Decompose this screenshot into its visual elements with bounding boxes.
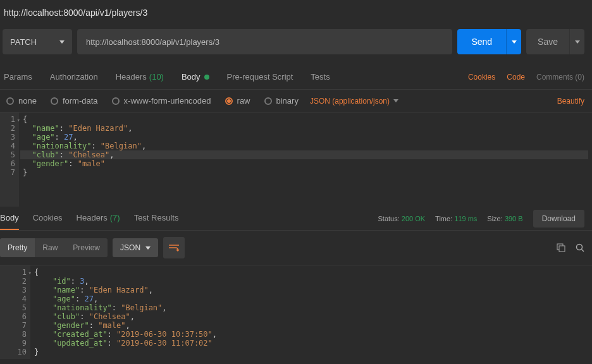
resp-tab-headers-label: Headers: [77, 213, 108, 222]
size-value: 390 B: [505, 215, 523, 222]
gutter: 1▾ 2 3 4 5 6 7: [0, 112, 19, 207]
send-dropdown[interactable]: [506, 29, 521, 54]
radio-icon: [6, 97, 14, 105]
save-button-group: Save: [526, 29, 584, 54]
beautify-link[interactable]: Beautify: [557, 97, 584, 106]
radio-icon: [225, 97, 233, 105]
svg-line-3: [582, 250, 584, 252]
code-link[interactable]: Code: [507, 73, 525, 82]
download-button[interactable]: Download: [533, 210, 584, 228]
body-type-row: none form-data x-www-form-urlencoded raw…: [0, 90, 592, 112]
search-icon: [576, 243, 584, 252]
method-select[interactable]: PATCH: [3, 29, 72, 54]
radio-formdata[interactable]: form-data: [51, 96, 98, 106]
radio-label: x-www-form-urlencoded: [124, 96, 211, 106]
time-label: Time:: [435, 215, 452, 222]
view-raw[interactable]: Raw: [35, 238, 65, 257]
content-type-label: JSON (application/json): [310, 97, 390, 106]
radio-raw[interactable]: raw: [225, 96, 250, 106]
svg-rect-1: [559, 246, 565, 252]
code-content: { "name": "Eden Hazard", "age": 27, "nat…: [19, 112, 592, 207]
url-value: http://localhost:8000/api/v1/players/3: [86, 37, 219, 47]
resp-tab-body[interactable]: Body: [0, 207, 19, 230]
tab-authorization[interactable]: Authorization: [50, 64, 98, 89]
search-button[interactable]: [576, 243, 584, 252]
radio-label: form-data: [63, 96, 98, 106]
resp-tab-headers[interactable]: Headers (7): [77, 207, 120, 230]
send-button[interactable]: Send: [457, 29, 506, 54]
tab-headers-label: Headers: [116, 72, 147, 82]
radio-label: none: [18, 96, 37, 106]
tab-body[interactable]: Body: [182, 64, 209, 89]
save-button[interactable]: Save: [526, 29, 569, 54]
resp-tab-cookies[interactable]: Cookies: [33, 207, 63, 230]
response-toolbar: Pretty Raw Preview JSON: [0, 231, 592, 265]
tab-headers[interactable]: Headers (10): [116, 64, 164, 89]
resp-tab-headers-count: (7): [110, 213, 120, 222]
tab-tests[interactable]: Tests: [311, 64, 330, 89]
format-label: JSON: [120, 243, 140, 252]
fold-icon: ▾: [28, 269, 32, 277]
fold-icon: ▾: [17, 116, 20, 124]
gutter: 1▾ 2 3 4 5 6 7 8 9 10: [0, 265, 30, 359]
status-value: 200 OK: [402, 215, 425, 222]
response-meta: Status: 200 OK Time: 119 ms Size: 390 B …: [378, 210, 584, 228]
radio-icon: [51, 97, 58, 105]
chevron-down-icon: [575, 40, 580, 44]
request-bar: PATCH http://localhost:8000/api/v1/playe…: [0, 29, 592, 64]
chevron-down-icon: [393, 99, 398, 102]
chevron-down-icon: [145, 246, 151, 250]
status-label: Status:: [378, 215, 399, 222]
chevron-down-icon: [512, 40, 517, 44]
view-preview[interactable]: Preview: [65, 238, 108, 257]
radio-xwww[interactable]: x-www-form-urlencoded: [112, 96, 211, 106]
tab-prerequest[interactable]: Pre-request Script: [227, 64, 293, 89]
comments-link[interactable]: Comments (0): [536, 73, 584, 82]
tab-params[interactable]: Params: [4, 64, 32, 89]
resp-tab-tests[interactable]: Test Results: [134, 207, 179, 230]
cookies-link[interactable]: Cookies: [468, 73, 495, 82]
chevron-down-icon: [59, 40, 65, 44]
content-type-select[interactable]: JSON (application/json): [310, 97, 398, 106]
radio-label: raw: [237, 96, 250, 106]
wrap-button[interactable]: [163, 237, 185, 258]
view-pretty[interactable]: Pretty: [0, 238, 35, 257]
save-dropdown[interactable]: [569, 29, 584, 54]
copy-icon: [557, 243, 565, 252]
code-content: { "id": 3, "name": "Eden Hazard", "age":…: [30, 265, 592, 359]
radio-label: binary: [276, 96, 299, 106]
radio-binary[interactable]: binary: [264, 96, 299, 106]
tab-body-label: Body: [182, 72, 200, 82]
wrap-icon: [168, 244, 180, 252]
send-button-group: Send: [457, 29, 521, 54]
time-value: 119 ms: [454, 215, 477, 222]
response-body-editor[interactable]: 1▾ 2 3 4 5 6 7 8 9 10 { "id": 3, "name":…: [0, 265, 592, 359]
request-tabs: Params Authorization Headers (10) Body P…: [0, 64, 592, 90]
svg-point-2: [577, 245, 583, 250]
radio-icon: [112, 97, 120, 105]
request-body-editor[interactable]: 1▾ 2 3 4 5 6 7 { "name": "Eden Hazard", …: [0, 112, 592, 207]
radio-none[interactable]: none: [6, 96, 37, 106]
url-input[interactable]: http://localhost:8000/api/v1/players/3: [77, 29, 452, 54]
response-header: Body Cookies Headers (7) Test Results St…: [0, 207, 592, 231]
tab-headers-count: (10): [149, 72, 164, 82]
modified-dot-icon: [204, 75, 209, 80]
method-value: PATCH: [10, 37, 37, 47]
copy-button[interactable]: [557, 243, 565, 252]
url-display: http://localhost:8000/api/v1/players/3: [0, 0, 592, 29]
view-mode-group: Pretty Raw Preview: [0, 238, 108, 257]
format-select[interactable]: JSON: [113, 238, 158, 257]
size-label: Size:: [487, 215, 502, 222]
radio-icon: [264, 97, 272, 105]
